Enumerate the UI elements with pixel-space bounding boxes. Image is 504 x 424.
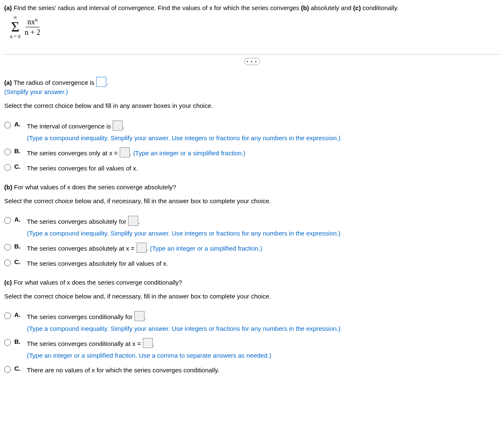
radio-b-a[interactable]	[4, 217, 11, 224]
part-a-question: (a) The radius of convergence is .	[4, 77, 500, 88]
choice-b-a: A. The series converges absolutely for .…	[4, 216, 500, 238]
choice-c-b: B. The series converges conditionally at…	[4, 338, 500, 361]
radius-input[interactable]	[96, 77, 106, 87]
denominator: n + 2	[25, 27, 40, 37]
radio-c-c[interactable]	[4, 366, 11, 373]
radio-b-b[interactable]	[4, 244, 11, 251]
part-c-label: (c)	[353, 4, 361, 11]
series-formula: ∞ Σ n = 0 nxn n + 2	[10, 15, 500, 39]
radio-c-b[interactable]	[4, 339, 11, 346]
choice-a-b: B. The series converges only at x = . (T…	[4, 147, 500, 159]
radio-a-a[interactable]	[4, 122, 11, 128]
choice-a-a: A. The interval of convergence is . (Typ…	[4, 120, 500, 143]
abs-value-input[interactable]	[136, 243, 147, 253]
problem-statement: (a) Find the series' radius and interval…	[4, 3, 500, 13]
abs-interval-input[interactable]	[128, 216, 138, 226]
cond-value-input[interactable]	[143, 338, 153, 348]
interval-input-a[interactable]	[113, 120, 123, 131]
part-a-choices: A. The interval of convergence is . (Typ…	[4, 120, 500, 173]
part-c-question: (c) For what values of x does the series…	[4, 278, 500, 288]
part-b-instruction: Select the correct choice below and, if …	[4, 196, 500, 206]
radio-a-b[interactable]	[4, 149, 11, 155]
part-c-choices: A. The series converges conditionally fo…	[4, 311, 500, 376]
radio-c-a[interactable]	[4, 312, 11, 319]
radio-a-c[interactable]	[4, 164, 11, 171]
choice-b-c: C. The series converges absolutely for a…	[4, 258, 500, 269]
choice-c-a: A. The series converges conditionally fo…	[4, 311, 500, 334]
divider	[4, 54, 500, 55]
part-b-choices: A. The series converges absolutely for .…	[4, 216, 500, 269]
part-a-label: (a)	[4, 4, 12, 11]
part-a-section: (a) The radius of convergence is . (Simp…	[4, 77, 500, 174]
radio-b-c[interactable]	[4, 259, 11, 266]
choice-a-c: C. The series converges for all values o…	[4, 163, 500, 174]
value-input-a-b[interactable]	[120, 147, 130, 157]
choice-c-c: C. There are no values of x for which th…	[4, 365, 500, 376]
choice-b-b: B. The series converges absolutely at x …	[4, 243, 500, 254]
cond-interval-input[interactable]	[134, 311, 144, 321]
part-c-instruction: Select the correct choice below and, if …	[4, 292, 500, 301]
more-dots-icon[interactable]: • • •	[244, 58, 260, 65]
part-b-question: (b) For what values of x does the series…	[4, 183, 500, 192]
numerator: nxn	[26, 17, 39, 27]
fraction: nxn n + 2	[25, 17, 40, 37]
sum-lower-limit: n = 0	[10, 34, 21, 39]
sigma-block: ∞ Σ n = 0	[10, 15, 21, 39]
part-b-label: (b)	[301, 4, 309, 11]
simplify-hint: (Simplify your answer.)	[4, 87, 500, 97]
part-b-section: (b) For what values of x does the series…	[4, 183, 500, 269]
part-a-instruction: Select the correct choice below and fill…	[4, 101, 500, 111]
sigma-icon: Σ	[11, 20, 19, 34]
part-c-section: (c) For what values of x does the series…	[4, 278, 500, 376]
